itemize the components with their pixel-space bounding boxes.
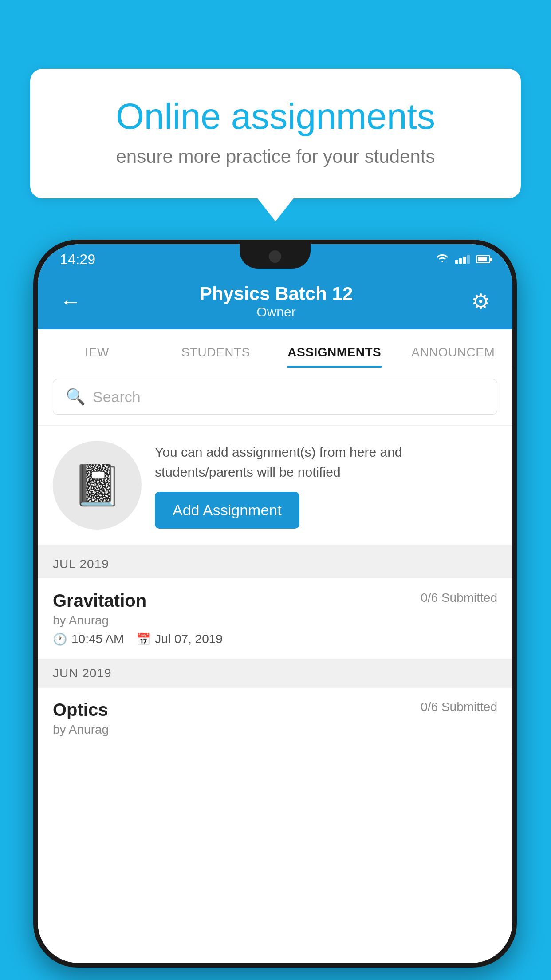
assignment-row1-optics: Optics 0/6 Submitted	[53, 700, 497, 720]
status-time: 14:29	[60, 251, 95, 268]
notebook-icon: 📓	[72, 462, 122, 509]
signal-icon	[455, 255, 470, 264]
phone-frame: 14:29	[33, 240, 517, 968]
assignment-item-gravitation[interactable]: Gravitation 0/6 Submitted by Anurag 🕐 10…	[38, 578, 512, 659]
battery-icon	[476, 255, 490, 263]
assignment-by-gravitation: by Anurag	[53, 613, 497, 628]
phone-inner: 14:29	[38, 244, 512, 963]
assignment-date: Jul 07, 2019	[155, 632, 223, 646]
tab-assignments[interactable]: ASSIGNMENTS	[275, 345, 394, 368]
clock-icon: 🕐	[53, 632, 67, 646]
header-title-area: Physics Batch 12 Owner	[200, 283, 353, 320]
search-icon: 🔍	[66, 387, 86, 406]
search-box[interactable]: 🔍 Search	[53, 379, 497, 415]
time-item: 🕐 10:45 AM	[53, 632, 124, 646]
section-header-jun-label: JUN 2019	[53, 666, 112, 680]
search-input[interactable]: Search	[93, 388, 141, 406]
assignment-by-optics: by Anurag	[53, 723, 497, 737]
section-header-jul-label: JUL 2019	[53, 557, 109, 571]
status-bar: 14:29	[38, 244, 512, 274]
date-item: 📅 Jul 07, 2019	[136, 632, 223, 646]
batch-subtitle: Owner	[200, 304, 353, 320]
tab-students[interactable]: STUDENTS	[157, 345, 276, 368]
back-button[interactable]: ←	[60, 289, 81, 314]
promo-card: 📓 You can add assignment(s) from here an…	[38, 426, 512, 550]
assignment-meta-gravitation: 🕐 10:45 AM 📅 Jul 07, 2019	[53, 632, 497, 646]
calendar-icon: 📅	[136, 632, 150, 646]
promo-text: You can add assignment(s) from here and …	[155, 442, 497, 482]
wifi-icon	[436, 254, 449, 264]
assignment-name-gravitation: Gravitation	[53, 591, 146, 611]
assignment-submitted-gravitation: 0/6 Submitted	[421, 591, 497, 605]
notch	[240, 244, 311, 269]
assignment-time: 10:45 AM	[71, 632, 124, 646]
app-header: ← Physics Batch 12 Owner ⚙	[38, 274, 512, 329]
settings-icon[interactable]: ⚙	[471, 289, 490, 314]
tab-announcements[interactable]: ANNOUNCEM	[394, 345, 513, 368]
assignment-submitted-optics: 0/6 Submitted	[421, 700, 497, 714]
status-icons	[436, 254, 490, 264]
tab-iew[interactable]: IEW	[38, 345, 157, 368]
speech-bubble-card: Online assignments ensure more practice …	[30, 69, 521, 198]
section-header-jun: JUN 2019	[38, 659, 512, 688]
assignment-name-optics: Optics	[53, 700, 108, 720]
promo-content: You can add assignment(s) from here and …	[155, 442, 497, 529]
section-header-jul: JUL 2019	[38, 550, 512, 578]
add-assignment-button[interactable]: Add Assignment	[155, 492, 299, 529]
phone-screen: 14:29	[38, 244, 512, 963]
speech-bubble-title: Online assignments	[66, 95, 485, 137]
speech-bubble-subtitle: ensure more practice for your students	[66, 146, 485, 167]
assignment-row1: Gravitation 0/6 Submitted	[53, 591, 497, 611]
tabs-bar: IEW STUDENTS ASSIGNMENTS ANNOUNCEM	[38, 329, 512, 368]
assignment-item-optics[interactable]: Optics 0/6 Submitted by Anurag	[38, 688, 512, 754]
promo-icon-circle: 📓	[53, 441, 142, 530]
notch-camera	[269, 250, 281, 263]
batch-title: Physics Batch 12	[200, 283, 353, 304]
search-container: 🔍 Search	[38, 368, 512, 426]
